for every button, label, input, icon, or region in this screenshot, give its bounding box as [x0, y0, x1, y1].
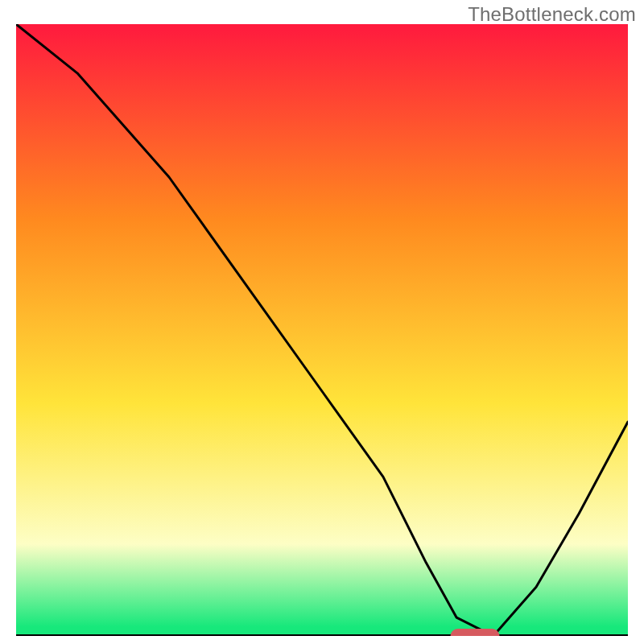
plot-area [16, 24, 628, 636]
chart-svg [16, 24, 628, 636]
optimal-marker [451, 629, 500, 636]
watermark-label: TheBottleneck.com [468, 3, 636, 26]
chart-root: TheBottleneck.com [0, 0, 644, 644]
gradient-background [16, 24, 628, 636]
